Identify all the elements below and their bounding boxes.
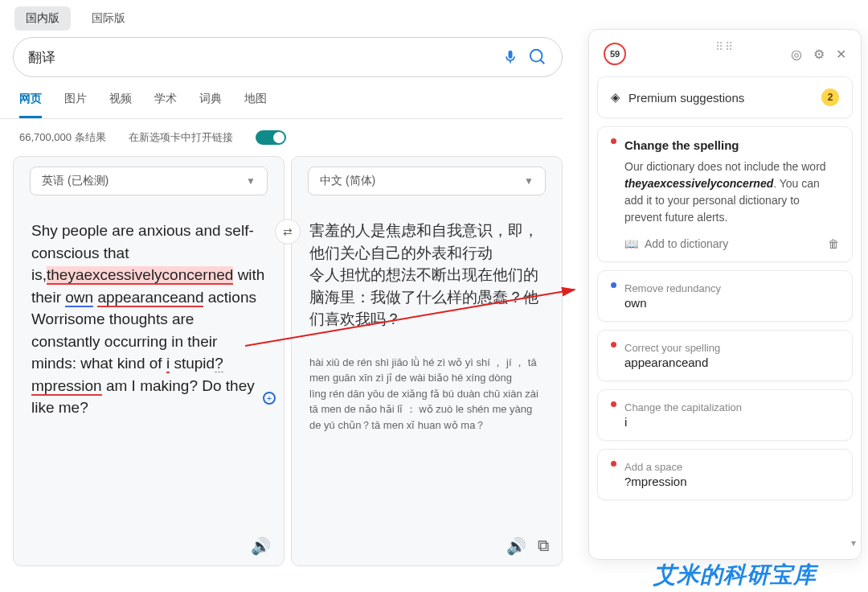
tab-domestic[interactable]: 国内版 (14, 6, 71, 31)
hint-own[interactable]: own (65, 289, 93, 307)
grammarly-score[interactable]: 59 (604, 43, 626, 65)
add-to-dictionary-button[interactable]: 📖 Add to dictionary (624, 237, 728, 250)
tab-web[interactable]: 网页 (19, 92, 42, 118)
chevron-down-icon: ▼ (246, 175, 256, 187)
error-theya[interactable]: theyaexcessivelyconcerned (47, 266, 233, 285)
target-text: 害羞的人是焦虑和自我意识，即，他们关心自己的外表和行动 令人担忧的想法不断出现在… (292, 205, 562, 345)
suggestion-title: Change the spelling (624, 138, 839, 152)
tab-scholar[interactable]: 学术 (154, 92, 177, 118)
suggestion-card-space[interactable]: Add a space ?mpression (597, 449, 853, 500)
watermark-text: 艾米的科研宝库 (653, 560, 817, 590)
suggestion-word: ?mpression (624, 475, 687, 488)
gear-icon[interactable]: ⚙ (813, 47, 825, 62)
error-mpression[interactable]: mpression (31, 377, 102, 396)
search-input[interactable]: 翻译 (28, 48, 493, 67)
suggestion-description: Our dictionary does not include the word… (624, 158, 839, 226)
dictionary-add-icon: 📖 (624, 237, 638, 250)
target-language-select[interactable]: 中文 (简体) ▼ (308, 166, 546, 195)
source-text[interactable]: Shy people are anxious and self-consciou… (14, 205, 284, 434)
source-column: 英语 (已检测) ▼ Shy people are anxious and se… (13, 156, 285, 566)
target-language-label: 中文 (简体) (320, 174, 375, 188)
suggestion-title: Remove redundancy (624, 282, 721, 294)
dot-red-icon (611, 342, 616, 347)
dot-red-icon (611, 461, 616, 467)
version-tabs: 国内版 国际版 (0, 0, 868, 31)
dot-red-icon (611, 138, 616, 144)
trash-icon[interactable]: 🗑 (828, 237, 839, 250)
results-bar: 66,700,000 条结果 在新选项卡中打开链接 (0, 119, 563, 156)
premium-suggestions-card[interactable]: ◈ Premium suggestions 2 (597, 76, 853, 118)
suggestion-title: Change the capitalization (624, 401, 742, 413)
target-column: 中文 (简体) ▼ 害羞的人是焦虑和自我意识，即，他们关心自己的外表和行动 令人… (291, 156, 563, 566)
grammarly-panel: 59 ⠿⠿ ◎ ⚙ ✕ ◈ Premium suggestions 2 Chan… (588, 29, 862, 560)
grammarly-header: 59 ⠿⠿ ◎ ⚙ ✕ (597, 38, 853, 76)
diamond-icon: ◈ (611, 90, 620, 105)
tab-video[interactable]: 视频 (109, 92, 132, 118)
suggestion-card-main[interactable]: Change the spelling Our dictionary does … (597, 126, 853, 262)
swap-languages-button[interactable]: ⇄ (275, 219, 301, 245)
scroll-down-icon[interactable]: ▾ (850, 535, 858, 551)
suggestion-card-redundancy[interactable]: Remove redundancy own (597, 270, 853, 322)
speaker-icon[interactable]: 🔊 (251, 536, 271, 556)
suggestion-title: Correct your spelling (624, 342, 720, 354)
speaker-icon[interactable]: 🔊 (506, 536, 526, 556)
drag-handle-icon[interactable]: ⠿⠿ (715, 40, 735, 53)
suggestion-word: own (624, 296, 721, 310)
tab-international[interactable]: 国际版 (80, 6, 137, 31)
tab-image[interactable]: 图片 (64, 92, 87, 118)
translate-widget: 英语 (已检测) ▼ Shy people are anxious and se… (13, 156, 563, 566)
tab-map[interactable]: 地图 (244, 92, 267, 118)
suggestion-card-capitalization[interactable]: Change the capitalization i (597, 389, 853, 441)
open-new-tab-label: 在新选项卡中打开链接 (129, 130, 233, 145)
goals-icon[interactable]: ◎ (791, 47, 802, 62)
premium-count-badge: 2 (821, 88, 839, 106)
grammarly-badge-icon[interactable]: + (263, 392, 276, 405)
dot-blue-icon (611, 282, 616, 288)
suggestion-card-spelling[interactable]: Correct your spelling appearanceand (597, 330, 853, 381)
nav-tabs: 网页 图片 视频 学术 词典 地图 (0, 77, 563, 119)
source-language-label: 英语 (已检测) (42, 174, 108, 188)
suggestion-word: appearanceand (624, 356, 720, 369)
pinyin-text: hài xiū de rén shì jiāo lǜ hé zì wǒ yì s… (292, 345, 562, 443)
source-language-select[interactable]: 英语 (已检测) ▼ (30, 166, 268, 195)
suggestion-word: i (624, 415, 742, 429)
mic-icon[interactable] (501, 47, 520, 67)
copy-icon[interactable]: ⧉ (538, 536, 549, 556)
hint-qmark[interactable]: ? (215, 355, 223, 372)
dot-red-icon (611, 401, 616, 407)
src-p5: stupid (170, 355, 215, 372)
search-bar[interactable]: 翻译 (13, 37, 563, 77)
close-icon[interactable]: ✕ (836, 47, 846, 62)
open-new-tab-toggle[interactable] (256, 130, 286, 145)
suggestion-title: Add a space (624, 461, 687, 473)
error-appearanceand[interactable]: appearanceand (97, 289, 203, 307)
chevron-down-icon: ▼ (524, 175, 534, 187)
premium-label: Premium suggestions (628, 91, 744, 105)
search-icon[interactable] (528, 47, 547, 67)
results-count: 66,700,000 条结果 (19, 130, 106, 145)
tab-dictionary[interactable]: 词典 (199, 92, 222, 118)
